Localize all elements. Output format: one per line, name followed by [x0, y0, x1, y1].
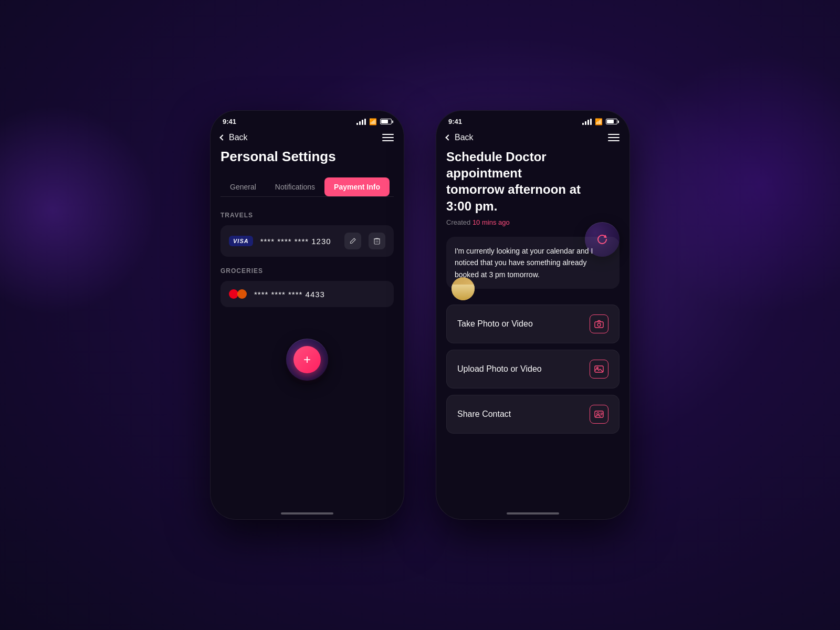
visa-logo: VISA	[229, 236, 253, 246]
time-right: 9:41	[448, 118, 462, 125]
camera-icon	[590, 314, 608, 333]
card-number-mc: **** **** **** 4433	[254, 290, 385, 299]
svg-point-5	[597, 323, 601, 326]
back-button-left[interactable]: Back	[220, 133, 248, 142]
settings-content: Personal Settings General Notifications …	[210, 149, 404, 516]
edit-card-visa-button[interactable]	[344, 233, 361, 249]
actions-container: Take Photo or Video Upload Photo or Vide…	[446, 304, 620, 434]
back-button-right[interactable]: Back	[446, 133, 474, 142]
fab-outer: +	[286, 339, 328, 381]
battery-icon	[380, 119, 392, 124]
image-icon	[590, 360, 608, 379]
section-groceries-label: GROCERIES	[220, 267, 394, 275]
assistant-content: Schedule Doctor appointment tomorrow aft…	[436, 149, 630, 516]
upload-photo-label: Upload Photo or Video	[457, 364, 542, 374]
nav-bar-left: Back	[210, 129, 404, 149]
add-card-button[interactable]: +	[293, 346, 321, 373]
upload-photo-button[interactable]: Upload Photo or Video	[446, 350, 620, 388]
chat-text: I'm currently looking at your calendar a…	[455, 245, 611, 280]
home-indicator-right	[507, 512, 559, 514]
back-label-right: Back	[455, 133, 474, 142]
mastercard-logo	[229, 288, 247, 300]
phone-settings: 9:41 📶 Back	[210, 110, 404, 520]
nav-bar-right: Back	[436, 129, 630, 149]
signal-icon	[356, 119, 366, 125]
card-number-visa: **** **** **** 1230	[260, 237, 337, 246]
tabs-row: General Notifications Payment Info	[220, 177, 394, 197]
phone-assistant: 9:41 📶 Back	[436, 110, 630, 520]
tab-general[interactable]: General	[220, 177, 266, 196]
share-contact-label: Share Contact	[457, 410, 511, 419]
status-icons-left: 📶	[356, 118, 392, 125]
back-label-left: Back	[229, 133, 248, 142]
menu-button-right[interactable]	[608, 134, 620, 141]
svg-rect-0	[374, 239, 380, 244]
wifi-icon: 📶	[369, 118, 377, 125]
menu-button-left[interactable]	[382, 134, 394, 141]
signal-icon-right	[582, 119, 592, 125]
scene: 9:41 📶 Back	[210, 110, 630, 520]
task-title: Schedule Doctor appointment tomorrow aft…	[446, 149, 620, 214]
status-bar-left: 9:41 📶	[210, 110, 404, 129]
contact-icon	[590, 405, 608, 424]
page-title: Personal Settings	[220, 149, 394, 165]
take-photo-label: Take Photo or Video	[457, 319, 533, 329]
created-time: 10 mins ago	[472, 218, 510, 226]
delete-card-visa-button[interactable]	[369, 233, 385, 249]
tab-notifications[interactable]: Notifications	[266, 177, 324, 196]
avatar-hair	[452, 285, 475, 300]
status-bar-right: 9:41 📶	[436, 110, 630, 129]
chevron-left-icon	[219, 134, 225, 140]
home-indicator-left	[281, 512, 333, 514]
chevron-left-icon-right	[445, 134, 451, 140]
time-left: 9:41	[223, 118, 236, 125]
take-photo-button[interactable]: Take Photo or Video	[446, 304, 620, 343]
svg-point-9	[597, 413, 599, 415]
share-contact-button[interactable]: Share Contact	[446, 395, 620, 434]
card-item-visa: VISA **** **** **** 1230	[220, 225, 394, 257]
tab-payment-info[interactable]: Payment Info	[324, 177, 390, 196]
card-item-mastercard: **** **** **** 4433	[220, 281, 394, 307]
section-travels-label: TRAVELS	[220, 212, 394, 219]
fab-container: +	[220, 339, 394, 381]
status-icons-right: 📶	[582, 118, 617, 125]
svg-rect-4	[595, 322, 603, 328]
wifi-icon-right: 📶	[595, 118, 603, 125]
chat-bubble: I'm currently looking at your calendar a…	[446, 237, 620, 289]
avatar	[452, 277, 475, 300]
battery-icon-right	[606, 119, 617, 124]
